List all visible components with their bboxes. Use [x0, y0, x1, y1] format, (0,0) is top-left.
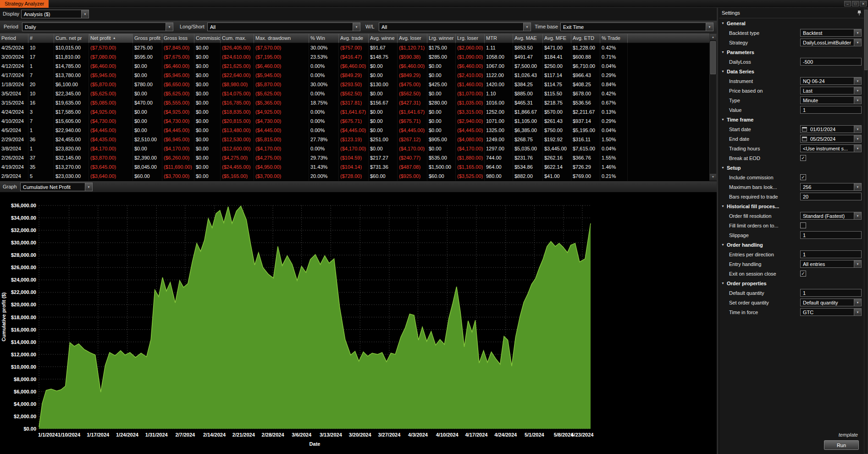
settings-title: Settings [722, 10, 740, 16]
settings-section-data-series[interactable]: ▼Data Series [719, 66, 864, 76]
setting-checkbox[interactable] [800, 222, 806, 228]
table-row[interactable]: 2/26/202437$32,145.00($3,870.00)$2,390.0… [0, 153, 709, 162]
longshort-select[interactable]: All ▼ [207, 22, 360, 31]
table-row[interactable]: 4/25/202410$10,015.00($7,570.00)$275.00(… [0, 43, 709, 52]
setting-select[interactable]: Default quantity▼ [800, 299, 862, 306]
column-header-cum-net-pr[interactable]: Cum. net pr [54, 33, 89, 43]
display-select[interactable]: Analysis ($) ▼ [21, 10, 89, 18]
table-row[interactable]: 4/10/20247$15,605.00($4,730.00)$0.00($4,… [0, 116, 709, 126]
strategy-analyzer-tab[interactable]: Strategy Analyzer [0, 0, 49, 8]
table-row[interactable]: 2/29/202436$24,455.00($4,435.00)$2,510.0… [0, 135, 709, 144]
settings-section-time-frame[interactable]: ▼Time frame [719, 115, 864, 124]
setting-datepicker[interactable]: 05/25/2024▼ [800, 135, 862, 143]
table-cell: 4/25/2024 [0, 43, 28, 52]
setting-select[interactable]: GTC▼ [800, 308, 862, 316]
column-header-commissio[interactable]: Commissio [194, 33, 221, 43]
column-header-lrg-loser[interactable]: Lrg. loser [456, 33, 485, 43]
column-header-trade[interactable]: % Trade [600, 33, 628, 43]
setting-input[interactable]: 20 [800, 193, 862, 200]
table-row[interactable]: 1/18/202420$6,100.00($5,870.00)$780.00($… [0, 80, 709, 89]
setting-input[interactable]: -500 [800, 58, 862, 66]
chevron-down-icon: ▼ [721, 118, 724, 121]
setting-input[interactable]: 1 [800, 106, 862, 114]
column-header-lrg-winner[interactable]: Lrg. winner [427, 33, 456, 43]
scrollbar-thumb[interactable] [864, 10, 868, 70]
scrollbar-thumb[interactable] [710, 41, 716, 74]
cumulative-profit-chart[interactable]: $0.00$2,000.00$4,000.00$6,000.00$8,000.0… [0, 193, 717, 454]
setting-select[interactable]: <Use instrument s...▼ [800, 144, 862, 152]
column-header-net-profit[interactable]: Net profit▲ [89, 33, 133, 43]
close-button[interactable]: ✕ [860, 1, 867, 6]
column-header-avg-trade[interactable]: Avg. trade [339, 33, 369, 43]
table-row[interactable]: 4/12/20241$14,785.00($6,460.00)$0.00($6,… [0, 61, 709, 71]
column-header-avg-mfe[interactable]: Avg. MFE [543, 33, 571, 43]
setting-datepicker[interactable]: 01/01/2024▼ [800, 125, 862, 133]
table-row[interactable]: 3/8/20241$23,820.00($4,170.00)$0.00($4,1… [0, 144, 709, 153]
setting-select[interactable]: 256▼ [800, 183, 862, 191]
column-header-cum-max[interactable]: Cum. max. [221, 33, 254, 43]
pin-icon[interactable] [857, 10, 862, 16]
column-header-avg-winne[interactable]: Avg. winne [369, 33, 398, 43]
column-header-max-drawdown[interactable]: Max. drawdown [254, 33, 309, 43]
table-row[interactable]: 4/17/20247$13,780.00($5,945.00)$0.00($5,… [0, 71, 709, 80]
setting-label: Entries per direction [719, 252, 800, 257]
setting-checkbox[interactable]: ✓ [800, 174, 806, 180]
column-header-period[interactable]: Period [0, 33, 28, 43]
column-header-mtr[interactable]: MTR [485, 33, 513, 43]
setting-select[interactable]: Standard (Fastest)▼ [800, 212, 862, 220]
x-axis-tick-label: 3/6/2024 [292, 432, 312, 437]
setting-select[interactable]: Last▼ [800, 87, 862, 94]
period-select[interactable]: Daily ▼ [22, 22, 173, 31]
graph-select[interactable]: Cumulative Net Profit ▼ [20, 183, 93, 191]
column-header-[interactable]: # [28, 33, 54, 43]
column-header-avg-mae[interactable]: Avg. MAE [513, 33, 543, 43]
column-header-gross-loss[interactable]: Gross loss [162, 33, 194, 43]
chevron-down-icon: ▼ [854, 39, 861, 46]
table-cell: $0.00 [369, 61, 398, 71]
setting-select[interactable]: Backtest▼ [800, 29, 862, 37]
settings-section-setup[interactable]: ▼Setup [719, 163, 864, 172]
table-cell: $465.31 [513, 98, 543, 107]
table-row[interactable]: 2/9/20245$23,030.00($3,640.00)$60.00($3,… [0, 172, 709, 181]
column-header-gross-profit[interactable]: Gross profit [133, 33, 162, 43]
chevron-down-icon: ▼ [721, 50, 724, 54]
setting-select[interactable]: All entries▼ [800, 260, 862, 268]
minimize-button[interactable]: – [844, 1, 851, 6]
table-row[interactable]: 4/19/202435$13,270.00($3,645.00)$8,045.0… [0, 162, 709, 172]
setting-input[interactable]: 1 [800, 250, 862, 258]
setting-select[interactable]: DailyLossLimitBuilder▼ [800, 39, 862, 46]
table-cell: $1,105.00 [513, 116, 543, 126]
table-cell: $0.00 [133, 126, 162, 135]
setting-input[interactable]: 1 [800, 231, 862, 239]
table-scrollbar[interactable]: ▲ ▼ [709, 33, 717, 181]
settings-section-order-properties[interactable]: ▼Order properties [719, 278, 864, 288]
timebase-select[interactable]: Exit Time ▼ [560, 22, 713, 31]
scroll-up-button[interactable]: ▲ [710, 34, 716, 40]
scroll-down-button[interactable]: ▼ [710, 174, 716, 180]
table-row[interactable]: 3/5/202410$22,345.00($5,625.00)$0.00($5,… [0, 89, 709, 98]
table-cell: 4/12/2024 [0, 61, 28, 71]
setting-checkbox[interactable]: ✓ [800, 155, 806, 161]
column-header-avg-loser[interactable]: Avg. loser [398, 33, 427, 43]
table-row[interactable]: 3/20/202417$11,810.00($7,080.00)$595.00(… [0, 52, 709, 61]
settings-section-historical-fill-proces[interactable]: ▼Historical fill proces... [719, 201, 864, 211]
selected-value: DailyLossLimitBuilder [801, 40, 854, 45]
table-cell: $1,500.00 [427, 162, 456, 172]
table-row[interactable]: 3/15/202416$19,635.00($5,085.00)$470.00(… [0, 98, 709, 107]
column-header-label: Avg. loser [399, 35, 421, 41]
setting-select[interactable]: Minute▼ [800, 96, 862, 104]
settings-section-order-handling[interactable]: ▼Order handling [719, 240, 864, 249]
run-button[interactable]: Run [824, 440, 859, 450]
setting-input[interactable]: 1 [800, 289, 862, 297]
settings-section-parameters[interactable]: ▼Parameters [719, 47, 864, 57]
winloss-select[interactable]: All ▼ [379, 22, 531, 31]
column-header-win[interactable]: % Win [309, 33, 339, 43]
maximize-button[interactable]: □ [852, 1, 859, 6]
settings-section-general[interactable]: ▼General [719, 18, 864, 28]
table-row[interactable]: 4/24/20243$17,585.00($4,925.00)$0.00($4,… [0, 107, 709, 116]
settings-scrollbar[interactable] [864, 8, 868, 454]
setting-checkbox[interactable]: ✓ [800, 271, 806, 277]
table-row[interactable]: 4/5/20241$22,940.00($4,445.00)$0.00($4,4… [0, 126, 709, 135]
column-header-avg-etd[interactable]: Avg. ETD [571, 33, 600, 43]
setting-select[interactable]: NQ 06-24▼ [800, 77, 862, 85]
